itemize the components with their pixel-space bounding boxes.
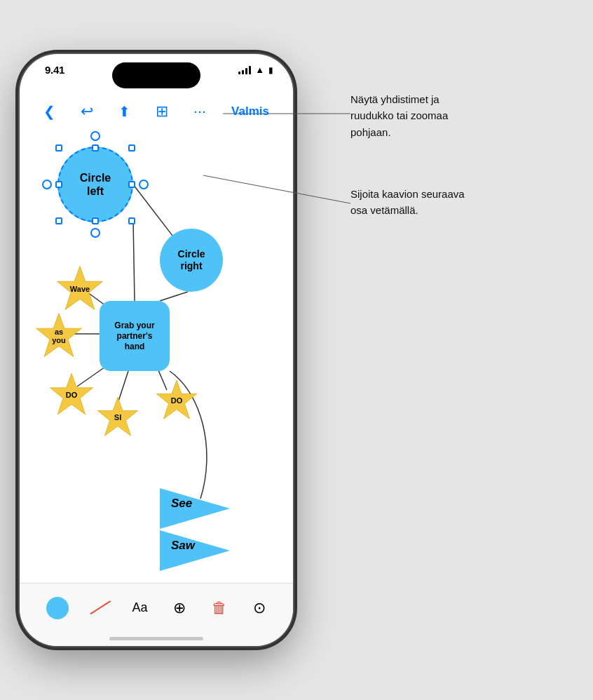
handle-mr[interactable] [128,181,135,188]
phone-frame: 9.41 ▲ ▮ ❮ ↩ ⬆ [20,54,293,646]
svg-line-1 [133,220,135,301]
toolbar: ❮ ↩ ⬆ ⊞ ··· Valmis [20,96,293,127]
grid-button[interactable]: ⊞ [156,102,168,121]
see-label: See [171,497,192,511]
asyou-label: as you [52,328,66,344]
line-button[interactable]: ╱ [95,597,106,619]
status-icons: ▲ ▮ [238,65,273,75]
delete-icon: 🗑 [212,599,227,617]
more-bottom-icon: ⊙ [253,599,266,617]
wifi-icon: ▲ [255,65,264,75]
back-icon: ❮ [43,103,55,120]
annotation-bottom-text: Sijoita kaavion seuraava osa vetämällä. [350,188,465,216]
si-star-shape[interactable]: SI [95,395,140,440]
done-label: Valmis [231,105,269,119]
see-triangle-svg [160,488,230,529]
done-button[interactable]: Valmis [231,105,269,119]
circle-right-shape[interactable]: Circle right [160,229,223,292]
arrow-handle-right[interactable] [139,180,149,189]
canvas[interactable]: Circle left Circle right [20,127,293,583]
grid-icon: ⊞ [156,102,168,121]
handle-ml[interactable] [55,181,62,188]
doright-star-shape[interactable]: DO [154,378,199,423]
handle-br[interactable] [128,217,135,224]
color-circle-icon [46,597,69,619]
color-button[interactable] [46,597,69,619]
text-button[interactable]: Aa [132,600,147,615]
arrow-handle-bottom[interactable] [90,228,100,238]
arrow-handle-top[interactable] [90,131,100,141]
signal-bars-icon [238,66,251,74]
annotation-bottom: Sijoita kaavion seuraava osa vetämällä. [350,186,465,219]
more-icon: ··· [193,102,206,121]
saw-triangle-shape[interactable]: Saw [160,530,230,574]
asyou-star-shape[interactable]: as you [34,311,84,361]
annotation-top: Näytä yhdistimet ja ruudukko tai zoomaa … [350,91,448,140]
circle-left-shape[interactable]: Circle left [57,147,133,222]
wave-star-shape[interactable]: Wave [55,264,105,314]
line-icon: ╱ [90,595,111,620]
arrow-handle-left[interactable] [42,180,52,189]
circle-right-label: Circle right [178,248,205,272]
doleft-label: DO [66,391,78,399]
home-indicator [109,637,203,640]
handle-tl[interactable] [55,144,62,152]
duplicate-button[interactable]: ⊕ [173,599,186,617]
center-square-label: Grab your partner's hand [114,321,154,352]
circle-left-label: Circle left [80,171,111,198]
svg-marker-13 [160,488,230,529]
doright-label: DO [171,396,183,405]
more-button[interactable]: ··· [193,102,206,121]
handle-bm[interactable] [92,217,99,224]
more-bottom-button[interactable]: ⊙ [253,599,266,617]
delete-button[interactable]: 🗑 [212,599,227,617]
handle-tm[interactable] [92,144,99,152]
wave-label: Wave [70,285,90,293]
see-triangle-shape[interactable]: See [160,488,230,532]
duplicate-icon: ⊕ [173,599,186,617]
status-time: 9.41 [45,64,64,76]
dynamic-island [112,62,200,88]
doleft-star-shape[interactable]: DO [48,371,95,419]
undo-button[interactable]: ↩ [81,102,93,121]
saw-label: Saw [171,539,195,553]
handle-tr[interactable] [128,144,135,152]
share-button[interactable]: ⬆ [118,103,130,120]
annotation-top-text: Näytä yhdistimet ja ruudukko tai zoomaa … [350,93,448,138]
share-icon: ⬆ [118,103,130,120]
outer-container: 9.41 ▲ ▮ ❮ ↩ ⬆ [0,0,593,700]
undo-icon: ↩ [81,102,93,121]
si-label: SI [114,413,121,422]
battery-icon: ▮ [268,65,273,75]
center-square-shape[interactable]: Grab your partner's hand [100,301,170,371]
handle-bl[interactable] [55,217,62,224]
svg-line-2 [160,292,188,301]
text-icon: Aa [132,600,147,615]
back-button[interactable]: ❮ [43,103,55,120]
